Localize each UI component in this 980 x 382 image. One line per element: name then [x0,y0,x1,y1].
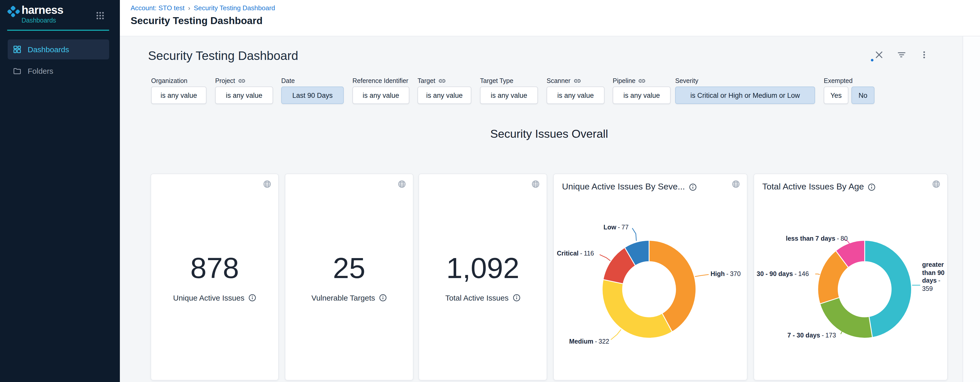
filter-reference-identifier: Reference Identifier is any value [352,77,409,104]
sidebar-item-label: Folders [28,67,53,75]
breadcrumb-account-link[interactable]: Account: STO test [130,4,185,12]
dashboard-canvas: Security Testing Dashboard Organization … [120,36,980,382]
slice-label-critical: Critical-116 [557,250,594,258]
filter-organization: Organization is any value [151,77,207,104]
section-title: Security Issues Overall [151,127,948,141]
info-icon[interactable] [248,294,256,301]
globe-icon[interactable] [263,180,272,189]
metric-value: 1,092 [419,252,547,284]
metric-label: Vulnerable Targets [312,293,375,302]
harness-logo-icon [7,5,20,18]
link-icon [639,77,646,84]
filter-value-chip[interactable]: is any value [352,87,409,104]
slice-label-medium: Medium-322 [569,338,609,346]
slice-label-low: Low-77 [603,224,628,231]
filter-target: Target is any value [417,77,471,104]
slice-label-30-90-days: 30 - 90 days-146 [757,270,809,278]
metric-label: Unique Active Issues [173,293,245,302]
filter-value-chip[interactable]: is any value [613,87,671,104]
app-grid-icon[interactable] [96,11,105,20]
brand[interactable]: harness Dashboards [7,4,63,25]
sidebar-divider [7,30,109,31]
filter-label: Pipeline [613,77,635,84]
filter-icon[interactable] [897,51,906,59]
info-icon[interactable] [379,294,387,301]
filter-pipeline: Pipeline is any value [613,77,671,104]
scrollbar-track[interactable] [963,36,980,382]
brand-name: harness [22,4,63,16]
filter-value-chip[interactable]: is Critical or High or Medium or Low [675,87,815,104]
sidebar-item-dashboards[interactable]: Dashboards [8,40,109,59]
donut-slices [818,241,912,338]
slice-label-7-30-days: 7 - 30 days-173 [788,332,836,339]
metric-label: Total Active Issues [445,293,509,302]
filter-value-chip[interactable]: is any value [151,87,207,104]
donut-slices [602,241,696,338]
card-vulnerable-targets: 25 Vulnerable Targets [285,174,414,380]
filter-value-chip[interactable]: is any value [480,87,538,104]
globe-icon[interactable] [398,180,406,189]
filter-value-chip[interactable]: is any value [547,87,605,104]
filter-exempted-no[interactable]: No [851,87,875,104]
slice-label-high: High-370 [711,270,741,278]
card-unique-active-issues-by-severity: Unique Active Issues By Seve... [553,174,748,380]
notification-dot [871,59,873,62]
filter-value-chip[interactable]: is any value [417,87,471,104]
filter-label: Target Type [480,77,538,85]
filter-label: Reference Identifier [352,77,409,85]
folder-icon [13,67,22,75]
filter-severity: Severity is Critical or High or Medium o… [675,77,815,104]
close-icon[interactable] [875,51,883,59]
kebab-menu-icon[interactable] [920,51,928,59]
donut-slice-greater-than-90-days[interactable] [865,241,912,338]
donut-slice-medium[interactable] [602,280,672,338]
card-unique-active-issues: 878 Unique Active Issues [151,174,279,380]
card-total-active-issues-by-age: Total Active Issues By Age [754,174,948,380]
filter-label: Severity [675,77,815,85]
filter-label: Project [215,77,235,84]
filter-label: Exempted [824,77,875,85]
dashboards-tiles-icon [13,45,22,54]
filter-project: Project is any value [215,77,273,104]
page-header: Account: STO test › Security Testing Das… [120,0,980,36]
metric-value: 25 [285,252,413,284]
metric-value: 878 [151,252,278,284]
info-icon[interactable] [512,294,520,301]
filter-label: Date [281,77,344,85]
slice-label-greater-than-90-days: greater than 90 days-359 [922,261,946,293]
filter-target-type: Target Type is any value [480,77,538,104]
filter-exempted: Exempted Yes No [824,77,875,104]
breadcrumb-page-link[interactable]: Security Testing Dashboard [194,4,275,12]
sidebar-item-folders[interactable]: Folders [8,61,109,81]
page-title: Security Testing Dashboard [130,15,262,27]
filter-label: Target [417,77,436,84]
filter-value-chip[interactable]: Last 90 Days [281,87,344,104]
brand-module-label: Dashboards [22,17,63,25]
app: harness Dashboards Dashboards [0,0,980,382]
card-total-active-issues: 1,092 Total Active Issues [418,174,547,380]
link-icon [439,77,446,84]
filter-label: Organization [151,77,207,85]
filter-scanner: Scanner is any value [547,77,605,104]
sidebar: harness Dashboards Dashboards [0,0,120,382]
sidebar-item-label: Dashboards [28,45,69,54]
filter-date: Date Last 90 Days [281,77,344,104]
slice-label-less-than-7-days: less than 7 days-80 [786,235,848,243]
breadcrumb-separator: › [188,4,190,11]
dashboard-actions [875,51,928,59]
globe-icon[interactable] [531,180,540,189]
filter-value-chip[interactable]: is any value [215,87,273,104]
breadcrumb: Account: STO test › Security Testing Das… [130,4,275,12]
dashboard-title: Security Testing Dashboard [148,49,298,63]
filter-label: Scanner [547,77,570,84]
link-icon [573,77,581,84]
filter-exempted-yes[interactable]: Yes [824,87,848,104]
link-icon [238,77,245,84]
